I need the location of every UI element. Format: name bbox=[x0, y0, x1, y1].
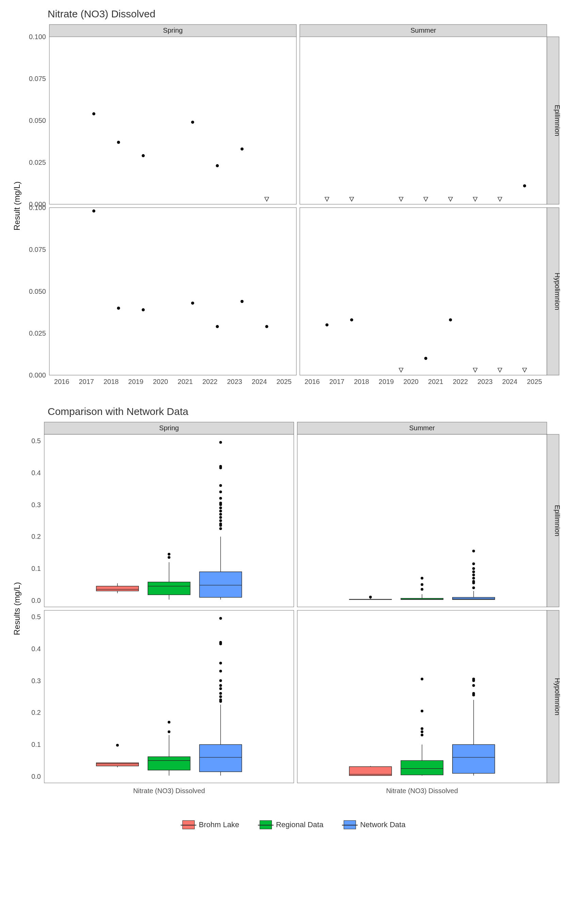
box-network-data bbox=[199, 744, 242, 772]
outlier-point bbox=[472, 684, 475, 687]
svg-text:2018: 2018 bbox=[354, 378, 369, 385]
outlier-point bbox=[219, 465, 222, 468]
outlier-point bbox=[219, 506, 222, 509]
svg-text:Nitrate (NO3) Dissolved: Nitrate (NO3) Dissolved bbox=[133, 787, 205, 794]
outlier-point bbox=[421, 588, 423, 591]
outlier-point bbox=[219, 641, 222, 644]
scatter-svg: Result (mg/L)SpringSummerEpilimnionHypol… bbox=[10, 21, 578, 396]
outlier-point bbox=[421, 734, 423, 736]
outlier-point bbox=[168, 731, 170, 733]
svg-text:2023: 2023 bbox=[477, 378, 493, 385]
outlier-point bbox=[219, 692, 222, 695]
svg-text:0.100: 0.100 bbox=[29, 204, 46, 212]
svg-text:0.1: 0.1 bbox=[31, 741, 41, 748]
outlier-point bbox=[472, 678, 475, 681]
svg-text:0.3: 0.3 bbox=[31, 677, 41, 685]
svg-text:2022: 2022 bbox=[453, 378, 468, 385]
outlier-point bbox=[472, 587, 475, 589]
outlier-point bbox=[219, 509, 222, 512]
svg-text:2019: 2019 bbox=[379, 378, 394, 385]
scatter-title: Nitrate (NO3) Dissolved bbox=[48, 8, 578, 20]
svg-text:0.4: 0.4 bbox=[31, 645, 41, 653]
outlier-point bbox=[168, 556, 170, 559]
outlier-point bbox=[421, 710, 423, 713]
data-point bbox=[216, 164, 219, 167]
outlier-point bbox=[219, 490, 222, 493]
svg-text:2024: 2024 bbox=[252, 378, 267, 385]
legend-swatch bbox=[260, 820, 272, 829]
svg-rect-124 bbox=[300, 208, 547, 375]
data-point bbox=[92, 112, 95, 115]
outlier-point bbox=[219, 497, 222, 500]
data-point bbox=[424, 357, 427, 360]
svg-text:2020: 2020 bbox=[403, 378, 418, 385]
svg-text:2016: 2016 bbox=[305, 378, 320, 385]
boxplot-svg: Results (mg/L)SpringSummerEpilimnionHypo… bbox=[10, 419, 578, 807]
svg-text:0.000: 0.000 bbox=[29, 371, 46, 379]
svg-text:Results (mg/L): Results (mg/L) bbox=[12, 582, 21, 635]
box-network-data bbox=[199, 572, 242, 597]
box-regional-data bbox=[148, 757, 190, 770]
svg-text:0.5: 0.5 bbox=[31, 613, 41, 621]
legend: Brohm LakeRegional DataNetwork Data bbox=[10, 820, 578, 829]
outlier-point bbox=[472, 692, 475, 695]
data-point bbox=[241, 300, 244, 303]
legend-swatch bbox=[344, 820, 356, 829]
outlier-point bbox=[219, 513, 222, 516]
svg-text:Summer: Summer bbox=[409, 424, 435, 432]
svg-text:0.025: 0.025 bbox=[29, 330, 46, 337]
data-point bbox=[117, 307, 120, 310]
outlier-point bbox=[219, 679, 222, 682]
data-point bbox=[92, 209, 95, 212]
outlier-point bbox=[472, 563, 475, 565]
svg-text:2025: 2025 bbox=[527, 378, 542, 385]
svg-text:Nitrate (NO3) Dissolved: Nitrate (NO3) Dissolved bbox=[386, 787, 458, 794]
outlier-point bbox=[421, 678, 423, 681]
svg-rect-95 bbox=[49, 208, 296, 375]
box-brohm-lake bbox=[96, 586, 139, 591]
data-point bbox=[241, 147, 244, 150]
svg-text:0.1: 0.1 bbox=[31, 565, 41, 572]
outlier-point bbox=[219, 687, 222, 690]
data-point bbox=[265, 325, 268, 328]
svg-text:0.0: 0.0 bbox=[31, 597, 41, 604]
svg-text:0.2: 0.2 bbox=[31, 533, 41, 540]
page: Nitrate (NO3) Dissolved Result (mg/L)Spr… bbox=[0, 0, 588, 915]
svg-text:Result (mg/L): Result (mg/L) bbox=[12, 181, 21, 230]
svg-text:0.0: 0.0 bbox=[31, 773, 41, 780]
data-point bbox=[325, 323, 328, 327]
outlier-point bbox=[219, 484, 222, 487]
data-point bbox=[191, 121, 194, 124]
data-point bbox=[350, 318, 353, 321]
svg-text:0.075: 0.075 bbox=[29, 246, 46, 253]
data-point bbox=[216, 325, 219, 328]
outlier-point bbox=[472, 574, 475, 576]
svg-text:0.100: 0.100 bbox=[29, 33, 46, 40]
svg-text:2023: 2023 bbox=[227, 378, 242, 385]
svg-rect-37 bbox=[49, 37, 296, 204]
svg-text:2017: 2017 bbox=[330, 378, 345, 385]
outlier-point bbox=[472, 577, 475, 580]
svg-text:0.025: 0.025 bbox=[29, 158, 46, 166]
box-regional-data bbox=[148, 582, 190, 595]
outlier-point bbox=[219, 502, 222, 504]
legend-label: Network Data bbox=[360, 820, 405, 829]
svg-text:0.2: 0.2 bbox=[31, 709, 41, 716]
data-point bbox=[449, 318, 452, 321]
svg-text:2018: 2018 bbox=[103, 378, 119, 385]
svg-text:Hypolimnion: Hypolimnion bbox=[554, 678, 561, 715]
svg-text:2021: 2021 bbox=[428, 378, 443, 385]
svg-text:0.4: 0.4 bbox=[31, 469, 41, 477]
outlier-point bbox=[116, 744, 119, 747]
svg-text:2022: 2022 bbox=[202, 378, 218, 385]
outlier-point bbox=[219, 669, 222, 672]
legend-item-network-data: Network Data bbox=[344, 820, 405, 829]
outlier-point bbox=[219, 441, 222, 443]
outlier-point bbox=[421, 731, 423, 733]
data-point bbox=[117, 141, 120, 144]
legend-label: Brohm Lake bbox=[199, 820, 239, 829]
svg-text:Epilimnion: Epilimnion bbox=[554, 105, 561, 136]
data-point bbox=[523, 184, 526, 187]
svg-text:0.3: 0.3 bbox=[31, 501, 41, 509]
svg-text:0.050: 0.050 bbox=[29, 117, 46, 124]
